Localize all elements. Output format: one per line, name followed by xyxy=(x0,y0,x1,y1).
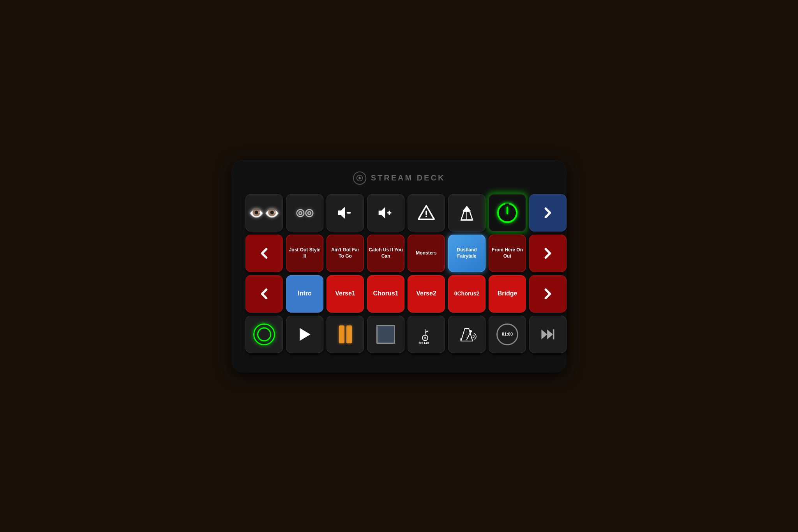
song-label-just-out: Just Out Style II xyxy=(286,246,323,261)
section-label-chorus2: 0Chorus2 xyxy=(453,288,481,299)
spotlight-icon xyxy=(458,204,475,221)
svg-marker-7 xyxy=(379,207,385,218)
chevron-right-icon-r1 xyxy=(539,204,556,221)
btn-section-intro[interactable]: Intro xyxy=(286,275,323,313)
section-label-verse2: Verse2 xyxy=(415,288,438,299)
svg-line-23 xyxy=(467,332,471,339)
record-ring-icon xyxy=(253,323,275,345)
btn-eyes2[interactable]: ◎◎ xyxy=(286,194,323,232)
btn-timer[interactable]: 01:00 xyxy=(489,316,526,353)
song-label-monsters: Monsters xyxy=(414,249,438,258)
btn-song-dustland[interactable]: Dustland Fairytale xyxy=(448,235,486,272)
btn-metronome[interactable] xyxy=(448,316,486,353)
song-label-aint-got: Ain't Got Far To Go xyxy=(327,246,364,261)
pause-bars-icon xyxy=(339,325,352,343)
btn-eyes1[interactable]: 👁️👁️ xyxy=(245,194,283,232)
svg-marker-15 xyxy=(300,328,311,341)
fast-forward-icon xyxy=(539,326,556,343)
svg-marker-1 xyxy=(358,177,362,180)
eyes1-icon: 👁️👁️ xyxy=(249,205,280,221)
svg-marker-27 xyxy=(547,329,553,339)
btn-prev-row3[interactable] xyxy=(245,275,283,313)
chevron-left-icon-r3 xyxy=(256,285,273,302)
btn-next-row3[interactable] xyxy=(529,275,567,313)
stop-square-icon xyxy=(376,325,395,344)
chevron-right-icon-r3 xyxy=(539,285,556,302)
svg-point-25 xyxy=(460,338,462,341)
song-label-catch-us: Catch Us If You Can xyxy=(367,246,404,261)
btn-song-aint-got[interactable]: Ain't Got Far To Go xyxy=(327,235,364,272)
btn-power[interactable] xyxy=(489,194,526,232)
metronome-icon xyxy=(457,325,477,344)
btn-prev-row2[interactable] xyxy=(245,235,283,272)
brand-name: STREAM DECK xyxy=(371,173,445,182)
timer-circle-icon: 01:00 xyxy=(496,323,518,345)
svg-rect-10 xyxy=(425,210,427,215)
btn-section-chorus1[interactable]: Chorus1 xyxy=(367,275,404,313)
svg-marker-5 xyxy=(338,207,345,218)
svg-marker-26 xyxy=(542,329,547,339)
btn-section-verse1[interactable]: Verse1 xyxy=(327,275,364,313)
svg-point-24 xyxy=(470,330,472,332)
section-label-intro: Intro xyxy=(296,288,313,299)
svg-point-17 xyxy=(424,337,426,339)
section-label-verse1: Verse1 xyxy=(334,288,357,299)
btn-warning[interactable] xyxy=(408,194,445,232)
btn-section-bridge[interactable]: Bridge xyxy=(489,275,526,313)
warning-icon xyxy=(418,204,435,221)
play-logo-svg xyxy=(356,175,363,182)
svg-rect-11 xyxy=(425,216,427,217)
device-header: STREAM DECK xyxy=(245,171,553,185)
btn-song-just-out[interactable]: Just Out Style II xyxy=(286,235,323,272)
svg-line-19 xyxy=(425,331,428,332)
chevron-left-icon-r2 xyxy=(256,245,273,262)
section-label-chorus1: Chorus1 xyxy=(372,288,400,299)
svg-rect-9 xyxy=(388,210,390,215)
chevron-right-icon-r2 xyxy=(539,245,556,262)
power-line xyxy=(507,207,508,214)
section-label-bridge: Bridge xyxy=(496,288,519,299)
btn-spotlight[interactable] xyxy=(448,194,486,232)
btn-song-from-here[interactable]: From Here On Out xyxy=(489,235,526,272)
btn-song-catch-us[interactable]: Catch Us If You Can xyxy=(367,235,404,272)
btn-section-chorus2[interactable]: 0Chorus2 xyxy=(448,275,486,313)
tempo-icon: 4/4 110 xyxy=(417,325,436,344)
timer-label: 01:00 xyxy=(502,332,513,337)
eyes2-icon: ◎◎ xyxy=(296,206,314,219)
btn-next-row2[interactable] xyxy=(529,235,567,272)
btn-pause[interactable] xyxy=(327,316,364,353)
svg-text:4/4 110: 4/4 110 xyxy=(418,341,429,344)
brand-logo-icon xyxy=(353,171,366,185)
stream-deck-device: STREAM DECK 👁️👁️ ◎◎ xyxy=(231,160,567,373)
btn-play[interactable] xyxy=(286,316,323,353)
vol-down-icon xyxy=(337,204,354,221)
btn-next-row1[interactable] xyxy=(529,194,567,232)
button-grid: 👁️👁️ ◎◎ xyxy=(245,194,553,353)
song-label-from-here: From Here On Out xyxy=(489,246,526,261)
btn-song-monsters[interactable]: Monsters xyxy=(408,235,445,272)
song-label-dustland: Dustland Fairytale xyxy=(448,246,486,261)
btn-tempo[interactable]: 4/4 110 xyxy=(408,316,445,353)
power-ring xyxy=(497,203,517,223)
btn-record[interactable] xyxy=(245,316,283,353)
pause-bar-left xyxy=(339,325,344,343)
btn-section-verse2[interactable]: Verse2 xyxy=(408,275,445,313)
btn-stop[interactable] xyxy=(367,316,404,353)
btn-fast-forward[interactable] xyxy=(529,316,567,353)
svg-rect-6 xyxy=(347,212,351,214)
pause-bar-right xyxy=(346,325,352,343)
btn-vol-up[interactable] xyxy=(367,194,404,232)
record-inner-icon xyxy=(257,327,271,341)
play-icon xyxy=(296,326,313,343)
svg-rect-28 xyxy=(553,329,554,339)
vol-up-icon xyxy=(377,204,394,221)
btn-vol-down[interactable] xyxy=(327,194,364,232)
